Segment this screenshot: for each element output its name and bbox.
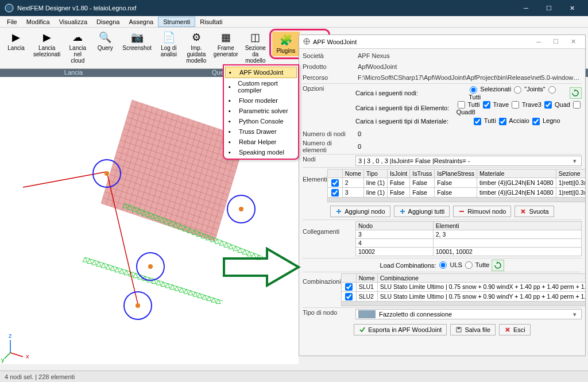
check-quad[interactable]: Quad: [543, 101, 572, 108]
table-row[interactable]: 1000210001, 10002: [356, 247, 582, 256]
tiponodo-section-label: Tipo di nodo: [303, 309, 355, 316]
plugin-item-apf-woodjoint[interactable]: ▪APF WoodJoint: [225, 67, 297, 78]
plugin-icon: ▪: [229, 83, 234, 90]
combinations-table[interactable]: NomeCombinazioneSLU1SLU Stato Limite Ult…: [341, 273, 586, 302]
svg-text:z: z: [9, 332, 12, 339]
save-file-button[interactable]: Salva file: [450, 324, 496, 335]
toolbar-lancia[interactable]: ▶Lanciaselezionati: [30, 29, 64, 60]
panel-close[interactable]: ✕: [564, 38, 582, 45]
menu-modifica[interactable]: Modifica: [22, 17, 55, 26]
nodes-dropdown[interactable]: 3 | 3 , 0 , 3 |IsJoint= False |Restraint…: [355, 156, 582, 166]
percorso-value: F:\MicroSoft\CSharp17\Apf\WoodJoint\ApfP…: [358, 74, 582, 81]
num-nodes-value: 0: [358, 130, 361, 137]
load-elements-label: Carica i seguenti tipi di Elemento:: [355, 105, 454, 111]
table-row[interactable]: 32, 3: [356, 230, 582, 238]
add-node-button[interactable]: Aggiungi nodo: [330, 206, 390, 217]
table-row[interactable]: 4: [356, 238, 582, 247]
toolbar-imp.[interactable]: ⚙Imp.guidatamodello: [183, 29, 210, 66]
svg-text:y: y: [1, 356, 5, 363]
remove-node-button[interactable]: Rimuovi nodo: [453, 206, 511, 217]
check-trave3[interactable]: Trave3: [510, 101, 543, 108]
connections-table[interactable]: NodoElementi32, 341000210001, 10002: [355, 221, 582, 256]
toolbar-screenshot[interactable]: 📷Screenshot: [119, 29, 155, 53]
table-row[interactable]: 2line (1)FalseFalseFalsetimber (4)|GL24h…: [327, 178, 586, 188]
plugin-item-parametric-solver[interactable]: ▪Parametric solver: [225, 106, 297, 116]
percorso-label: Percorso: [303, 74, 355, 81]
plugin-item-custom-report-compiler[interactable]: ▪Custom report compiler: [225, 78, 297, 95]
check-legno[interactable]: Legno: [531, 117, 560, 124]
maximize-button[interactable]: ☐: [537, 0, 560, 16]
check-tutti[interactable]: Tutti: [457, 101, 482, 108]
node-type-value: Fazzoletto di connessione: [379, 311, 452, 318]
num-elements-value: 0: [358, 143, 361, 150]
chevron-down-icon: ▾: [571, 311, 579, 318]
plugin-icon: ▪: [229, 107, 235, 114]
radio-uls[interactable]: ULS: [438, 261, 464, 268]
annotation-arrow: [221, 244, 301, 290]
toolbar-log di[interactable]: 📄Log dianalisi: [155, 29, 183, 60]
toolbar-query[interactable]: 🔍Query: [91, 29, 119, 53]
toolbar-lancia[interactable]: ▶Lancia: [2, 29, 30, 53]
status-text: 4 nodi sel. | 228 elementi: [5, 373, 75, 380]
elements-table[interactable]: NomeTipoIsJointIsTrussIsPlaneStressMater…: [327, 169, 586, 197]
table-row[interactable]: SLU1SLU Stato Limite Ultimo | 0.75 snow …: [341, 282, 586, 292]
horizontal-scrollbar[interactable]: [341, 302, 586, 306]
node-type-dropdown[interactable]: Fazzoletto di connessione ▾: [355, 309, 582, 319]
svg-line-412: [5, 353, 10, 358]
radio-selezionati[interactable]: Selezionati: [469, 86, 513, 92]
svg-point-407: [239, 207, 243, 211]
check-trave[interactable]: Trave: [482, 101, 511, 108]
nodi-section-label: Nodi: [303, 156, 355, 163]
menu-risultati[interactable]: Risultati: [195, 17, 227, 26]
menu-file[interactable]: File: [2, 17, 22, 26]
table-row[interactable]: SLU2SLU Stato Limite Ultimo | 0.75 snow …: [341, 292, 586, 302]
empty-button[interactable]: Svuota: [514, 206, 554, 217]
prodotto-value: ApfWoodJoint: [358, 63, 582, 70]
toolbar-frame[interactable]: ▦Framegenerator: [210, 29, 242, 60]
table-row[interactable]: 3line (1)FalseFalseFalsetimber (4)|GL24h…: [327, 187, 586, 197]
menu-visualizza[interactable]: Visualizza: [55, 17, 92, 26]
refresh-options-button[interactable]: [570, 87, 582, 99]
societa-label: Società: [303, 52, 355, 59]
horizontal-scrollbar[interactable]: [327, 198, 586, 202]
load-nodes-label: Carica i seguenti nodi:: [355, 90, 466, 97]
fazzoletto-icon: [358, 310, 376, 318]
plugin-icon: ▪: [229, 118, 235, 125]
plugin-icon: ▪: [229, 128, 235, 135]
menu-strumenti[interactable]: Strumenti: [158, 17, 195, 27]
refresh-loadcomb-button[interactable]: [492, 260, 504, 271]
combinazioni-section-label: Combinazioni: [303, 273, 341, 285]
toolbar-lancia[interactable]: ☁Lancianelcloud: [64, 29, 91, 66]
toolbar-sezione[interactable]: ◫Sezionedamodello: [242, 29, 269, 66]
plugin-item-python-console[interactable]: ▪Python Console: [225, 116, 297, 126]
minimize-button[interactable]: ─: [514, 0, 537, 16]
nodes-dropdown-value: 3 | 3 , 0 , 3 |IsJoint= False |Restraint…: [358, 157, 470, 164]
plugin-item-rebar-helper[interactable]: ▪Rebar Helper: [225, 137, 297, 147]
toolbar-plugins[interactable]: 🧩Plugins: [272, 32, 300, 56]
num-nodes-label: Numero di nodi: [303, 130, 355, 137]
close-button[interactable]: ✕: [560, 0, 583, 16]
export-button[interactable]: Esporta in APF WoodJoint: [354, 324, 447, 335]
plugin-item-floor-modeler[interactable]: ▪Floor modeler: [225, 95, 297, 106]
svg-point-406: [105, 171, 109, 176]
elementi-section-label: Elementi: [303, 169, 327, 183]
plugin-item-speaking-model[interactable]: ▪Speaking model: [225, 147, 297, 157]
svg-line-410: [10, 353, 23, 357]
plugin-icon: ▪: [229, 97, 235, 104]
check-tutti[interactable]: Tutti: [473, 117, 498, 124]
svg-point-409: [136, 303, 140, 308]
panel-maximize[interactable]: ☐: [547, 38, 564, 45]
exit-button[interactable]: Esci: [499, 324, 531, 335]
menu-disegna[interactable]: Disegna: [92, 17, 124, 26]
add-all-button[interactable]: Aggiungi tutti: [394, 206, 450, 217]
menu-assegna[interactable]: Assegna: [124, 17, 158, 26]
panel-title-text: APF WoodJoint: [313, 38, 357, 45]
panel-minimize[interactable]: ─: [530, 38, 547, 45]
radio-tutte[interactable]: Tutte: [464, 261, 490, 268]
toolbar-group: Lancia: [0, 69, 147, 77]
menubar: FileModificaVisualizzaDisegnaAssegnaStru…: [0, 16, 588, 28]
plugin-item-truss-drawer[interactable]: ▪Truss Drawer: [225, 126, 297, 137]
check-acciaio[interactable]: Acciaio: [498, 117, 531, 124]
num-elements-label: Numero di elementi: [303, 140, 355, 153]
radio-joints[interactable]: "Joints": [513, 86, 547, 92]
